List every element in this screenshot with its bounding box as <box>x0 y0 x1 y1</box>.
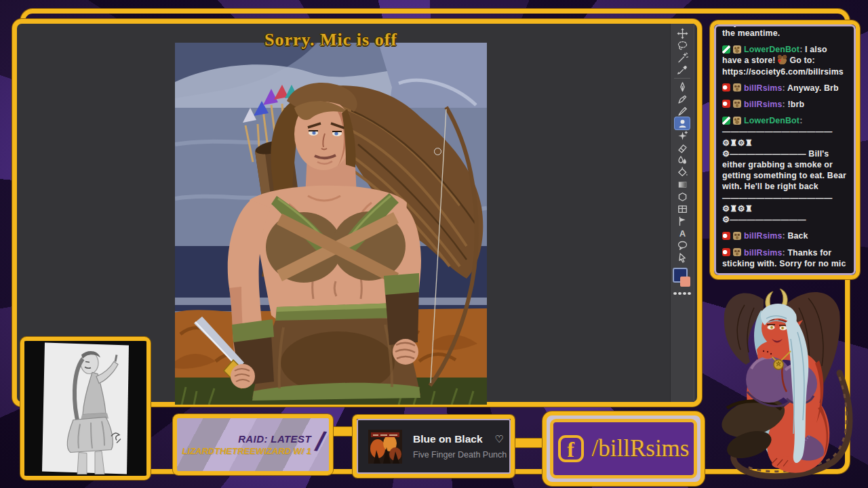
chat-author[interactable]: billRsims <box>744 83 782 93</box>
track-artist: Five Finger Death Punch <box>413 450 507 460</box>
heart-icon[interactable]: ♡ <box>495 433 504 445</box>
chat-message-text: —————————————⚙♜⚙♜ ⚙————————— Bill's eith… <box>722 127 849 224</box>
brush-cursor <box>434 148 441 155</box>
paw-badge-icon <box>733 117 741 125</box>
chat-message: billRsims: Thanks for sticking with. Sor… <box>722 247 848 269</box>
mic-off-notice: Sorry. Mic is off <box>175 30 487 50</box>
stream-overlay-background: Sorry. Mic is off A over him. Or vice ve… <box>0 0 868 488</box>
chat-message-text: Anyway. Brb <box>787 83 839 93</box>
raid-subtitle: LIZARDTHETREEWIZARD W/ 1 <box>182 446 311 456</box>
gradient-tool[interactable] <box>675 178 690 190</box>
drawing-canvas-artwork[interactable] <box>175 43 487 405</box>
chat-panel: over him. Or vice versa.billRsims: Can't… <box>710 20 860 279</box>
blend-tool[interactable] <box>675 154 690 166</box>
critter-badge-icon <box>733 83 741 92</box>
eyedropper-tool[interactable] <box>675 64 690 76</box>
decoration-tool[interactable] <box>675 129 690 142</box>
chat-message-text: Can't wait to get my own place. But that… <box>722 24 846 38</box>
chat-message: LowerDenBot: —————————————⚙♜⚙♜ ⚙————————… <box>722 115 848 225</box>
pen-tool[interactable] <box>675 81 690 93</box>
chat-author[interactable]: billRsims <box>744 231 782 241</box>
moderator-badge-icon <box>722 117 730 125</box>
critter-badge-icon <box>733 232 741 240</box>
camera-badge-icon <box>722 100 730 108</box>
magic-wand-tool[interactable] <box>675 52 690 64</box>
camera-badge-icon <box>722 232 730 240</box>
svg-text:A: A <box>679 228 686 239</box>
background-color-swatch[interactable] <box>680 277 690 287</box>
chat-author-separator: : <box>800 45 805 54</box>
succubus-mascot-art <box>707 285 857 488</box>
text-tool[interactable]: A <box>675 227 690 239</box>
chat-author-separator: : <box>782 83 787 93</box>
critter-badge-icon <box>733 248 741 256</box>
shape-tool[interactable] <box>675 190 690 203</box>
chat-author[interactable]: billRsims <box>744 100 782 109</box>
chat-author[interactable]: billRsims <box>744 248 782 258</box>
raid-banner: RAID: LATEST LIZARDTHETREEWIZARD W/ 1 / <box>173 414 333 475</box>
track-title: Blue on Black <box>413 433 483 445</box>
frame-connector <box>513 439 544 447</box>
facebook-handle: /billRsims <box>592 435 690 462</box>
album-art <box>368 430 402 464</box>
chat-author[interactable]: LowerDenBot <box>744 45 800 54</box>
camera-badge-icon <box>722 248 730 256</box>
lasso-tool[interactable] <box>675 39 690 52</box>
sketch-showcase-frame <box>20 337 151 480</box>
chat-messages[interactable]: over him. Or vice versa.billRsims: Can't… <box>714 24 856 275</box>
now-playing-widget: Blue on Black ♡ Five Finger Death Punch <box>353 415 515 478</box>
figure-tool[interactable] <box>675 117 690 129</box>
frame-connector <box>332 427 354 436</box>
chat-message: billRsims: Anyway. Brb <box>722 83 848 94</box>
color-set-dots <box>673 292 691 295</box>
balloon-tool[interactable] <box>675 239 690 251</box>
fill-tool[interactable] <box>675 166 690 178</box>
eraser-tool[interactable] <box>675 142 690 154</box>
frame-tool[interactable] <box>675 203 690 215</box>
chat-author-separator: : <box>800 116 802 125</box>
chat-message-text: !brb <box>787 100 804 109</box>
facebook-widget[interactable]: f /billRsims <box>542 411 705 486</box>
chat-author[interactable]: LowerDenBot <box>744 116 800 125</box>
toolbar-divider <box>674 78 690 79</box>
brush-tool[interactable] <box>675 105 690 117</box>
bear-heart-emote-icon[interactable] <box>777 55 787 64</box>
move-tool[interactable] <box>675 27 690 39</box>
paint-toolbar: A <box>670 24 694 402</box>
fountain-pen-tool[interactable] <box>675 93 690 105</box>
camera-badge-icon <box>722 83 730 92</box>
critter-badge-icon <box>733 100 741 108</box>
paw-badge-icon <box>733 45 741 54</box>
object-tool[interactable] <box>675 251 690 264</box>
moderator-badge-icon <box>722 45 730 54</box>
color-swatches[interactable] <box>672 268 692 289</box>
flag-tool[interactable] <box>675 215 690 227</box>
chat-message-text: Back <box>787 231 808 241</box>
chat-message: billRsims: !brb <box>722 99 848 110</box>
chat-message: billRsims: Back <box>722 230 848 241</box>
raid-slash-decoration: / <box>315 426 326 458</box>
chat-message: LowerDenBot: I also have a store!Go to: … <box>722 44 848 77</box>
chat-message: billRsims: Can't wait to get my own plac… <box>722 24 848 39</box>
raid-title: RAID: LATEST <box>182 433 311 445</box>
pencil-sketch-image <box>24 341 146 476</box>
facebook-icon: f <box>558 435 584 462</box>
